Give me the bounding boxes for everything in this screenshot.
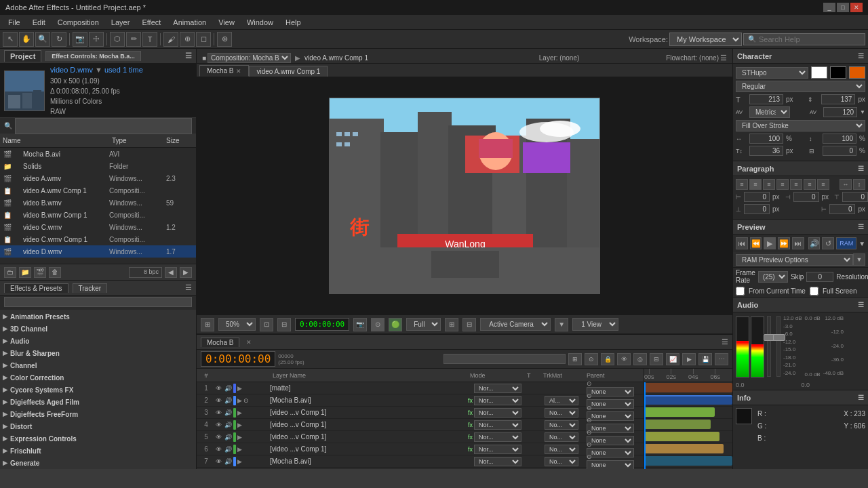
- layer-mode-selector[interactable]: Nor...: [474, 445, 521, 454]
- tool-brush[interactable]: 🖌: [163, 32, 178, 47]
- project-item[interactable]: 📋 video C.wmv Comp 1 Compositi...: [0, 233, 196, 245]
- menu-effect[interactable]: Effect: [136, 17, 166, 28]
- tracking-input[interactable]: [823, 107, 857, 117]
- effects-category[interactable]: ▶Cycore Systems FX: [0, 384, 196, 396]
- tool-select[interactable]: ↖: [3, 32, 18, 47]
- comp-tab-mocha[interactable]: Mocha B ✕: [199, 65, 249, 77]
- tl-render[interactable]: ▶: [682, 353, 696, 365]
- skip-input[interactable]: [806, 272, 833, 282]
- info-menu-icon[interactable]: ☰: [858, 394, 864, 401]
- tab-tracker[interactable]: Tracker: [73, 283, 108, 293]
- menu-animation[interactable]: Animation: [167, 17, 212, 28]
- effects-category[interactable]: ▶Digieffects FreeForm: [0, 408, 196, 420]
- align-right-button[interactable]: ≡: [763, 179, 775, 190]
- fill-color-swatch[interactable]: [811, 66, 827, 79]
- effects-category[interactable]: ▶Channel: [0, 359, 196, 371]
- tsume-input[interactable]: [823, 146, 856, 156]
- text-direction-button[interactable]: ↔: [840, 179, 852, 190]
- tool-pen[interactable]: ✏: [126, 32, 141, 47]
- tl-graph-editor[interactable]: 📈: [666, 353, 679, 365]
- timeline-tab-mocha[interactable]: Mocha B: [201, 338, 239, 347]
- parent-selector[interactable]: None: [587, 460, 634, 469]
- menu-edit[interactable]: Edit: [27, 17, 51, 28]
- show-channel-button[interactable]: 🟢: [389, 318, 402, 331]
- indent-after-input[interactable]: [829, 204, 855, 214]
- layer-visibility-icon[interactable]: 👁: [214, 433, 222, 441]
- indent-before-input[interactable]: [744, 204, 770, 214]
- close-button[interactable]: ✕: [850, 3, 863, 12]
- space-before-input[interactable]: [842, 192, 868, 202]
- effects-category[interactable]: ▶Frischluft: [0, 445, 196, 457]
- margin-left-input[interactable]: [744, 192, 770, 202]
- tab-effects-presets[interactable]: Effects & Presets: [4, 283, 68, 293]
- track-clip[interactable]: [644, 432, 719, 441]
- effects-menu-icon[interactable]: ☰: [185, 283, 192, 292]
- prev-button[interactable]: ◀: [165, 267, 177, 278]
- timeline-tab-close[interactable]: ✕: [246, 339, 252, 346]
- go-back-frame-button[interactable]: ⏪: [750, 237, 762, 249]
- tab-project[interactable]: Project: [4, 50, 41, 62]
- font-family-selector[interactable]: STHupo: [736, 67, 808, 79]
- layer-visibility-icon[interactable]: 👁: [214, 421, 222, 429]
- paragraph-menu-icon[interactable]: ☰: [858, 165, 864, 172]
- layer-audio-icon[interactable]: 🔊: [224, 384, 232, 392]
- snap-to-grid-button[interactable]: ⊞: [201, 318, 214, 331]
- tool-pan[interactable]: ☩: [89, 32, 104, 47]
- tool-rotate[interactable]: ↻: [52, 32, 66, 47]
- tl-lock-button[interactable]: 🔒: [601, 353, 614, 365]
- justify-left-button[interactable]: ≡: [776, 179, 789, 190]
- menu-layer[interactable]: Layer: [106, 17, 136, 28]
- tool-zoom[interactable]: 🔍: [35, 32, 50, 47]
- layer-expand-icon[interactable]: ▶: [237, 446, 242, 453]
- layer-row[interactable]: 7 👁 🔊 ▶ [Mocha B.avi] Nor... No...: [197, 455, 644, 468]
- tl-more[interactable]: ⋯: [715, 353, 728, 365]
- baseline-input[interactable]: [749, 146, 783, 156]
- tool-hand[interactable]: ✋: [19, 32, 34, 47]
- timeline-timecode[interactable]: 0:00:00:00: [201, 351, 275, 367]
- snapshot-button[interactable]: 📷: [353, 318, 367, 331]
- effects-category[interactable]: ▶Digieffects Aged Film: [0, 396, 196, 408]
- go-to-start-button[interactable]: ⏮: [736, 237, 748, 249]
- layer-expand-icon[interactable]: ▶: [237, 385, 242, 392]
- preview-more-icon[interactable]: ▼: [859, 240, 865, 247]
- effects-category[interactable]: ▶Expression Controls: [0, 432, 196, 445]
- menu-view[interactable]: View: [213, 17, 240, 28]
- search-input[interactable]: [759, 35, 854, 43]
- layer-row[interactable]: 6 👁 🔊 ▶ [video ...v Comp 1] fx Nor... No…: [197, 443, 644, 455]
- trkmatte-selector[interactable]: No...: [545, 432, 578, 442]
- project-item[interactable]: 🎬 video A.wmv Windows... 2.3: [0, 172, 196, 184]
- margin-right-input[interactable]: [793, 192, 819, 202]
- layer-audio-icon[interactable]: 🔊: [224, 396, 232, 405]
- comp-menu-icon[interactable]: ☰: [720, 54, 727, 62]
- effects-category[interactable]: ▶3D Channel: [0, 323, 196, 335]
- leading-input[interactable]: [821, 94, 855, 104]
- layer-expand-icon[interactable]: ▶: [237, 422, 242, 428]
- project-item[interactable]: 📁 Solids Folder: [0, 160, 196, 172]
- comp-tab-video[interactable]: video A.wmv Comp 1: [249, 66, 328, 77]
- ram-options-button[interactable]: ▼: [853, 253, 865, 266]
- audio-menu-icon[interactable]: ☰: [858, 301, 864, 308]
- scale-h-input[interactable]: [749, 134, 783, 144]
- from-current-checkbox[interactable]: [736, 287, 745, 296]
- kerning-selector[interactable]: Metrics: [749, 106, 790, 118]
- justify-center-button[interactable]: ≡: [790, 179, 802, 190]
- project-menu-icon[interactable]: ☰: [185, 52, 192, 60]
- justify-right-button[interactable]: ≡: [804, 179, 816, 190]
- project-item[interactable]: 📋 video B.wmv Comp 1 Compositi...: [0, 209, 196, 221]
- audio-button[interactable]: 🔊: [808, 237, 821, 249]
- track-clip[interactable]: [644, 383, 732, 392]
- tl-snap-button[interactable]: ⊞: [568, 353, 582, 365]
- layer-audio-icon[interactable]: 🔊: [224, 433, 232, 441]
- layer-mode-selector[interactable]: Nor...: [474, 396, 521, 405]
- ram-preview-button[interactable]: RAM: [836, 237, 856, 249]
- tl-motion-blur[interactable]: ◎: [633, 353, 647, 365]
- layer-mode-selector[interactable]: Nor...: [474, 384, 521, 393]
- project-item[interactable]: 🎬 video C.wmv Windows... 1.2: [0, 221, 196, 233]
- layer-row[interactable]: 2 👁 🔊 ▶ ⊙ [Mocha B.avi] fx Nor... Al...: [197, 394, 644, 407]
- composition-viewer[interactable]: WanLong 街: [197, 77, 732, 314]
- ram-preview-selector[interactable]: RAM Preview Options: [736, 254, 853, 266]
- new-item-button[interactable]: 🗀: [4, 267, 16, 278]
- effects-category[interactable]: ▶Animation Presets: [0, 310, 196, 323]
- track-clip[interactable]: [644, 395, 732, 405]
- quality-selector[interactable]: Full: [406, 318, 441, 331]
